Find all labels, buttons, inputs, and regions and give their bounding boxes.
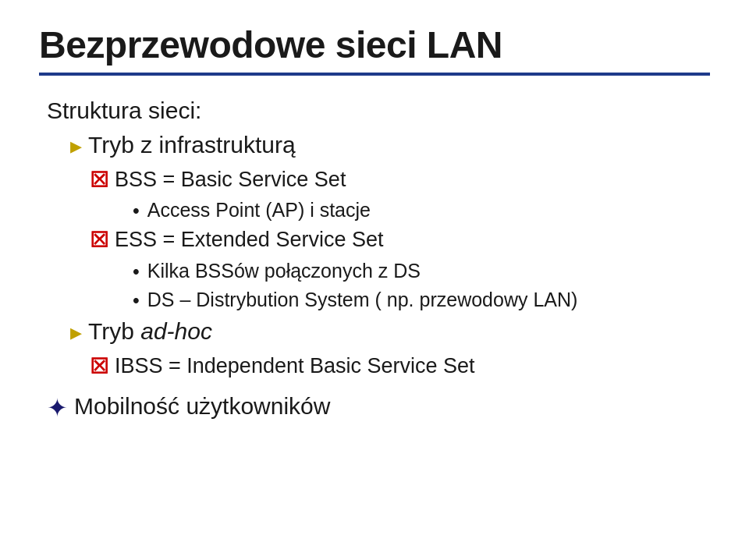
item-ap-text: Access Point (AP) i stacje — [147, 199, 371, 222]
item-mobilnosc-text: Mobilność użytkowników — [74, 393, 330, 420]
bullet-mobilnosc: ✦ — [47, 393, 68, 423]
item-infrastruktura: ▸ Tryb z infrastrukturą — [70, 132, 710, 160]
slide-title: Bezprzewodowe sieci LAN — [39, 23, 710, 66]
item-infrastruktura-text: Tryb z infrastrukturą — [88, 132, 296, 158]
title-underline — [39, 73, 710, 76]
slide: Bezprzewodowe sieci LAN Struktura sieci:… — [0, 0, 749, 560]
bullet-ds: • — [133, 289, 140, 312]
item-adhoc: ▸ Tryb ad-hoc — [70, 318, 710, 346]
bullet-bss: ☒ — [90, 168, 108, 193]
bullet-ap: • — [133, 199, 140, 222]
item-kilka-text: Kilka BSSów połączonych z DS — [147, 260, 421, 282]
item-adhoc-text: Tryb ad-hoc — [88, 318, 212, 345]
item-bss-text: BSS = Basic Service Set — [115, 168, 346, 192]
subtitle-text: Struktura sieci: — [47, 97, 201, 124]
item-bss: ☒ BSS = Basic Service Set — [90, 168, 710, 193]
slide-content: Struktura sieci: ▸ Tryb z infrastrukturą… — [39, 97, 710, 424]
subtitle: Struktura sieci: — [47, 97, 710, 124]
item-ds-text: DS – Distrybution System ( np. przewodow… — [147, 289, 578, 311]
item-ess: ☒ ESS = Extended Service Set — [90, 228, 710, 253]
item-ibss: ☒ IBSS = Independent Basic Service Set — [90, 354, 710, 379]
item-kilka-bss: • Kilka BSSów połączonych z DS — [133, 260, 710, 283]
item-ds: • DS – Distrybution System ( np. przewod… — [133, 289, 710, 312]
bullet-adhoc: ▸ — [70, 318, 82, 346]
bullet-ibss: ☒ — [90, 354, 108, 379]
bullet-ess: ☒ — [90, 228, 108, 253]
item-access-point: • Access Point (AP) i stacje — [133, 199, 710, 222]
item-ibss-text: IBSS = Independent Basic Service Set — [115, 354, 475, 378]
bullet-infrastruktura: ▸ — [70, 132, 82, 160]
item-mobilnosc: ✦ Mobilność użytkowników — [47, 393, 710, 423]
bullet-kilka: • — [133, 260, 140, 283]
item-ess-text: ESS = Extended Service Set — [115, 228, 383, 252]
